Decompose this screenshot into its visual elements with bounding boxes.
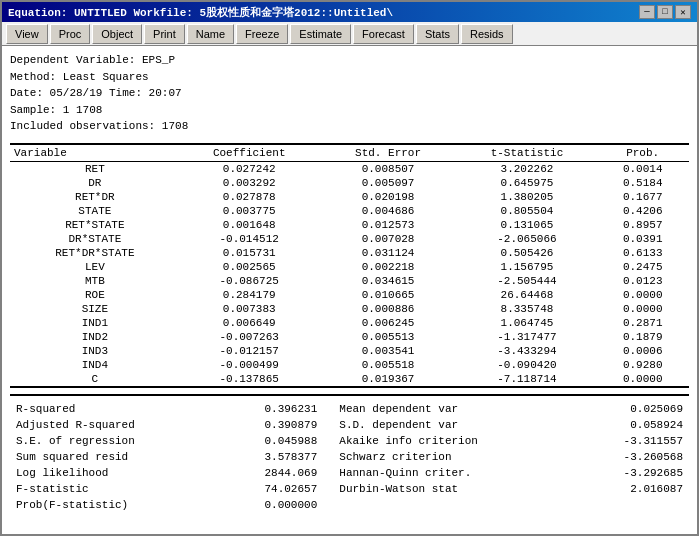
table-cell: 0.015731 [180, 246, 319, 260]
table-cell: RET*DR [10, 190, 180, 204]
freeze-button[interactable]: Freeze [236, 24, 288, 44]
col-prob: Prob. [596, 144, 689, 162]
table-cell: 0.2475 [596, 260, 689, 274]
stat-label: Sum squared resid [12, 450, 210, 464]
table-cell: 0.645975 [458, 176, 597, 190]
stats-row: Adjusted R-squared0.390879S.D. dependent… [12, 418, 687, 432]
table-cell: 0.284179 [180, 288, 319, 302]
table-cell: LEV [10, 260, 180, 274]
maximize-button[interactable]: □ [657, 5, 673, 19]
table-cell: 0.003292 [180, 176, 319, 190]
table-cell: 0.005518 [319, 358, 458, 372]
table-cell: 0.4206 [596, 204, 689, 218]
table-cell: -3.433294 [458, 344, 597, 358]
table-cell: RET*STATE [10, 218, 180, 232]
table-cell: 0.019367 [319, 372, 458, 387]
table-cell: -0.014512 [180, 232, 319, 246]
table-row: IND10.0066490.0062451.0647450.2871 [10, 316, 689, 330]
table-cell: -0.086725 [180, 274, 319, 288]
minimize-button[interactable]: ─ [639, 5, 655, 19]
table-cell: 0.006649 [180, 316, 319, 330]
stat-label: F-statistic [12, 482, 210, 496]
estimate-button[interactable]: Estimate [290, 24, 351, 44]
table-cell: 0.005513 [319, 330, 458, 344]
table-cell: SIZE [10, 302, 180, 316]
stats-row: R-squared0.396231Mean dependent var0.025… [12, 402, 687, 416]
table-cell: RET [10, 161, 180, 176]
summary-stats-table: R-squared0.396231Mean dependent var0.025… [10, 400, 689, 514]
stats-row: Sum squared resid3.578377Schwarz criteri… [12, 450, 687, 464]
table-cell: 0.005097 [319, 176, 458, 190]
table-row: C-0.1378650.019367-7.1187140.0000 [10, 372, 689, 387]
table-cell: 0.010665 [319, 288, 458, 302]
table-cell: 0.002565 [180, 260, 319, 274]
table-cell: IND3 [10, 344, 180, 358]
table-cell: 0.012573 [319, 218, 458, 232]
stat-value: 3.578377 [212, 450, 334, 464]
table-cell: -2.505444 [458, 274, 597, 288]
table-cell: 1.064745 [458, 316, 597, 330]
table-cell: 0.0000 [596, 372, 689, 387]
table-cell: 0.5184 [596, 176, 689, 190]
stat-value: 0.000000 [212, 498, 334, 512]
stat-label2: Mean dependent var [335, 402, 563, 416]
stat-value2: -3.292685 [565, 466, 687, 480]
table-cell: 0.034615 [319, 274, 458, 288]
col-stderr: Std. Error [319, 144, 458, 162]
table-row: MTB-0.0867250.034615-2.5054440.0123 [10, 274, 689, 288]
proc-menu[interactable]: Proc [50, 24, 91, 44]
window-controls: ─ □ ✕ [639, 5, 691, 19]
content-area: Dependent Variable: EPS_P Method: Least … [2, 46, 697, 534]
table-cell: 0.0000 [596, 288, 689, 302]
window-title: Equation: UNTITLED Workfile: 5股权性质和金字塔20… [8, 5, 393, 20]
table-cell: 0.0391 [596, 232, 689, 246]
name-button[interactable]: Name [187, 24, 234, 44]
table-cell: 0.0014 [596, 161, 689, 176]
table-cell: IND4 [10, 358, 180, 372]
table-row: DR*STATE-0.0145120.007028-2.0650660.0391 [10, 232, 689, 246]
table-row: LEV0.0025650.0022181.1567950.2475 [10, 260, 689, 274]
table-row: RET*DR*STATE0.0157310.0311240.5054260.61… [10, 246, 689, 260]
table-row: STATE0.0037750.0046860.8055040.4206 [10, 204, 689, 218]
table-cell: MTB [10, 274, 180, 288]
table-cell: 0.002218 [319, 260, 458, 274]
table-cell: 0.003775 [180, 204, 319, 218]
stat-label2: Hannan-Quinn criter. [335, 466, 563, 480]
print-button[interactable]: Print [144, 24, 185, 44]
table-cell: 0.031124 [319, 246, 458, 260]
stat-value2: 0.025069 [565, 402, 687, 416]
view-menu[interactable]: View [6, 24, 48, 44]
table-cell: 0.6133 [596, 246, 689, 260]
observations-line: Included observations: 1708 [10, 118, 689, 135]
date-line: Date: 05/28/19 Time: 20:07 [10, 85, 689, 102]
regression-header: Dependent Variable: EPS_P Method: Least … [10, 52, 689, 135]
close-button[interactable]: ✕ [675, 5, 691, 19]
table-cell: -0.137865 [180, 372, 319, 387]
stats-row: Prob(F-statistic)0.000000 [12, 498, 687, 512]
table-cell: 0.020198 [319, 190, 458, 204]
stats-button[interactable]: Stats [416, 24, 459, 44]
table-row: DR0.0032920.0050970.6459750.5184 [10, 176, 689, 190]
table-cell: 0.9280 [596, 358, 689, 372]
stat-value: 0.045988 [212, 434, 334, 448]
stat-value2: 2.016087 [565, 482, 687, 496]
table-cell: 0.006245 [319, 316, 458, 330]
table-cell: -0.012157 [180, 344, 319, 358]
stat-label: Prob(F-statistic) [12, 498, 210, 512]
method-line: Method: Least Squares [10, 69, 689, 86]
stat-label2: Schwarz criterion [335, 450, 563, 464]
table-cell: DR [10, 176, 180, 190]
stat-value2 [565, 498, 687, 512]
table-cell: C [10, 372, 180, 387]
object-menu[interactable]: Object [92, 24, 142, 44]
table-cell: STATE [10, 204, 180, 218]
table-cell: RET*DR*STATE [10, 246, 180, 260]
table-cell: 0.027242 [180, 161, 319, 176]
table-cell: -7.118714 [458, 372, 597, 387]
stat-value2: -3.260568 [565, 450, 687, 464]
table-cell: -0.090420 [458, 358, 597, 372]
resids-button[interactable]: Resids [461, 24, 513, 44]
forecast-button[interactable]: Forecast [353, 24, 414, 44]
table-cell: 26.64468 [458, 288, 597, 302]
sample-line: Sample: 1 1708 [10, 102, 689, 119]
